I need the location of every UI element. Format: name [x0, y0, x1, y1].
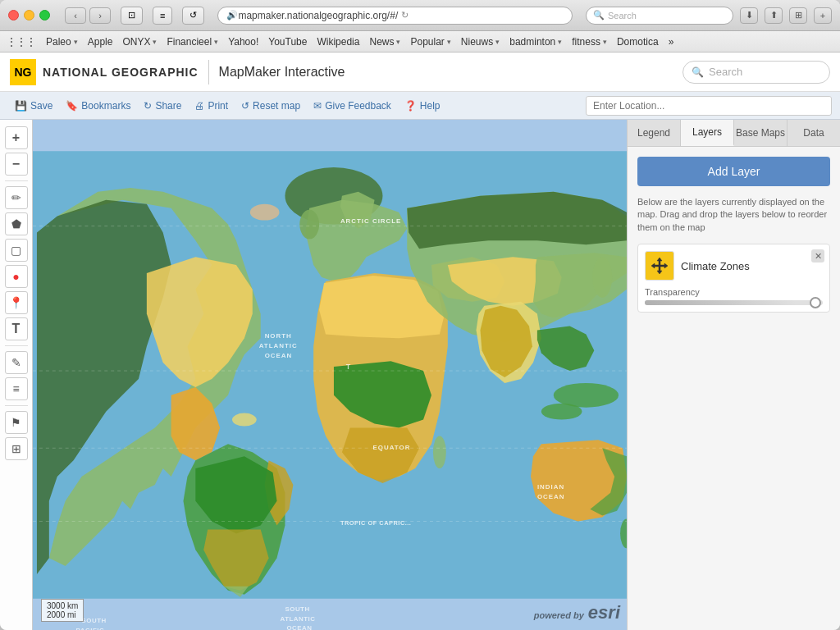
- save-icon: 💾: [15, 100, 27, 112]
- location-input[interactable]: [586, 96, 832, 116]
- main-content: + − ✏ ⬟ ▢ ● 📍 T ✎ ≡ ⚑ ⊞: [0, 120, 840, 630]
- browser-tab[interactable]: ⊡: [121, 7, 143, 25]
- bookmarks-button[interactable]: 🔖 Bookmarks: [59, 97, 137, 115]
- reset-button[interactable]: ↺ Reset map: [235, 97, 307, 115]
- bookmark-icon: 🔖: [66, 100, 78, 112]
- panel-tabs: Legend Layers Base Maps Data: [628, 120, 840, 147]
- feedback-label: Give Feedback: [325, 100, 391, 112]
- url-text: mapmaker.nationalgeographic.org/#/: [238, 10, 398, 21]
- feedback-icon: ✉: [313, 100, 322, 112]
- bookmark-badminton[interactable]: badminton▾: [509, 36, 562, 48]
- tab-data[interactable]: Data: [788, 120, 840, 146]
- svg-text:ATLANTIC: ATLANTIC: [281, 615, 316, 623]
- transparency-thumb[interactable]: [810, 297, 821, 308]
- zoom-out-button[interactable]: −: [5, 153, 28, 176]
- print-button[interactable]: 🖨 Print: [188, 97, 235, 115]
- back-button[interactable]: ‹: [65, 7, 86, 24]
- search-icon: 🔍: [593, 10, 605, 21]
- layer-info: Climate Zones: [681, 260, 750, 272]
- bookmark-paleo[interactable]: Paleo▾: [46, 36, 78, 48]
- nav-buttons: ‹ ›: [65, 7, 111, 24]
- close-button[interactable]: [8, 10, 19, 21]
- left-toolbar: + − ✏ ⬟ ▢ ● 📍 T ✎ ≡ ⚑ ⊞: [0, 120, 33, 630]
- browser-tab-2[interactable]: ≡: [153, 7, 172, 25]
- help-label: Help: [420, 100, 441, 112]
- bookmark-yahoo[interactable]: Yahoo!: [228, 36, 258, 48]
- svg-text:INDIAN: INDIAN: [537, 483, 564, 491]
- layers-tool[interactable]: ≡: [5, 377, 28, 400]
- share-button[interactable]: ⬆: [765, 7, 783, 24]
- app-header: NG NATIONAL GEOGRAPHIC MapMaker Interact…: [0, 52, 840, 92]
- tab-base-maps[interactable]: Base Maps: [734, 120, 788, 146]
- svg-text:OCEAN: OCEAN: [286, 624, 312, 630]
- square-tool[interactable]: ▢: [5, 239, 28, 262]
- help-icon: ❓: [404, 100, 417, 112]
- reset-label: Reset map: [253, 100, 300, 112]
- print-label: Print: [208, 100, 228, 112]
- transparency-label: Transparency: [645, 287, 823, 297]
- svg-text:PACIFIC: PACIFIC: [76, 627, 105, 630]
- minimize-button[interactable]: [24, 10, 34, 21]
- edit-tool[interactable]: ✎: [5, 351, 28, 374]
- bookmark-youtube[interactable]: YouTube: [268, 36, 307, 48]
- maximize-button[interactable]: [39, 10, 50, 21]
- grid-tool[interactable]: ⊞: [5, 437, 28, 460]
- text-tool[interactable]: T: [5, 317, 28, 340]
- header-divider: [208, 60, 209, 84]
- bookmark-fitness[interactable]: fitness▾: [572, 36, 607, 48]
- bookmark-popular[interactable]: Popular▾: [410, 36, 450, 48]
- share-icon: ↻: [144, 100, 152, 112]
- bookmark-onyx[interactable]: ONYX▾: [122, 36, 157, 48]
- bookmark-wikipedia[interactable]: Wikipedia: [317, 36, 359, 48]
- toolbar-separator-3: [5, 405, 28, 406]
- bookmark-domotica[interactable]: Domotica: [617, 36, 659, 48]
- zoom-in-button[interactable]: +: [5, 126, 28, 149]
- help-button[interactable]: ❓ Help: [398, 97, 447, 115]
- world-map: ARCTIC CIRCLE NORTH ATLANTIC OCEAN EQUAT…: [33, 120, 627, 630]
- feedback-button[interactable]: ✉ Give Feedback: [307, 97, 398, 115]
- right-panel: Legend Layers Base Maps Data Add Layer B…: [627, 120, 840, 630]
- search-placeholder: Search: [608, 11, 637, 21]
- svg-point-2: [250, 204, 280, 221]
- layer-icon: [645, 251, 674, 281]
- bookmark-news[interactable]: News▾: [369, 36, 400, 48]
- header-search-box[interactable]: 🔍 Search: [682, 61, 830, 84]
- scale-indicator: 3000 km 2000 mi: [41, 599, 84, 622]
- panel-content: Add Layer Below are the layers currently…: [628, 147, 840, 630]
- svg-text:OCEAN: OCEAN: [265, 352, 293, 359]
- layer-item: Climate Zones ✕ Transparency: [637, 244, 830, 313]
- map-area[interactable]: ARCTIC CIRCLE NORTH ATLANTIC OCEAN EQUAT…: [33, 120, 627, 630]
- forward-button[interactable]: ›: [89, 7, 111, 24]
- plus-button[interactable]: +: [814, 7, 832, 24]
- bookmark-nieuws[interactable]: Nieuws▾: [461, 36, 500, 48]
- bookmark-financieel[interactable]: Financieel▾: [167, 36, 218, 48]
- tab-layers[interactable]: Layers: [681, 120, 734, 146]
- tab-icon-2: ≡: [160, 11, 165, 21]
- save-button[interactable]: 💾 Save: [8, 97, 59, 115]
- address-bar[interactable]: 🔊 mapmaker.nationalgeographic.org/#/ ↻: [217, 7, 573, 25]
- app-title: MapMaker Interactive: [219, 65, 345, 80]
- polygon-tool[interactable]: ⬟: [5, 212, 28, 235]
- bookmark-more[interactable]: »: [669, 36, 674, 48]
- bookmark-apple[interactable]: Apple: [88, 36, 113, 48]
- titlebar-search[interactable]: 🔍 Search: [586, 7, 733, 25]
- transparency-slider[interactable]: [645, 300, 823, 305]
- pencil-tool[interactable]: ✏: [5, 186, 28, 209]
- refresh-icon: ↻: [401, 10, 409, 21]
- download-button[interactable]: ⬇: [740, 7, 758, 24]
- browser-tab-3[interactable]: ↺: [182, 7, 204, 25]
- bookmarks-label: Bookmarks: [81, 100, 130, 112]
- scale-km: 3000 km: [47, 601, 78, 610]
- pin-tool[interactable]: 📍: [5, 291, 28, 314]
- circle-tool[interactable]: ●: [5, 265, 28, 288]
- titlebar: ‹ › ⊡ ≡ ↺ 🔊 mapmaker.nationalgeographic.…: [0, 0, 840, 31]
- add-layer-button[interactable]: Add Layer: [637, 157, 830, 186]
- share-button[interactable]: ↻ Share: [137, 97, 188, 115]
- layer-close-button[interactable]: ✕: [811, 249, 824, 262]
- traffic-lights: [8, 10, 50, 21]
- tab-legend[interactable]: Legend: [628, 120, 681, 146]
- windows-button[interactable]: ⊞: [789, 7, 807, 24]
- brand-name: NATIONAL GEOGRAPHIC: [43, 66, 199, 79]
- ng-logo: NG NATIONAL GEOGRAPHIC: [10, 59, 199, 85]
- flag-tool[interactable]: ⚑: [5, 411, 28, 434]
